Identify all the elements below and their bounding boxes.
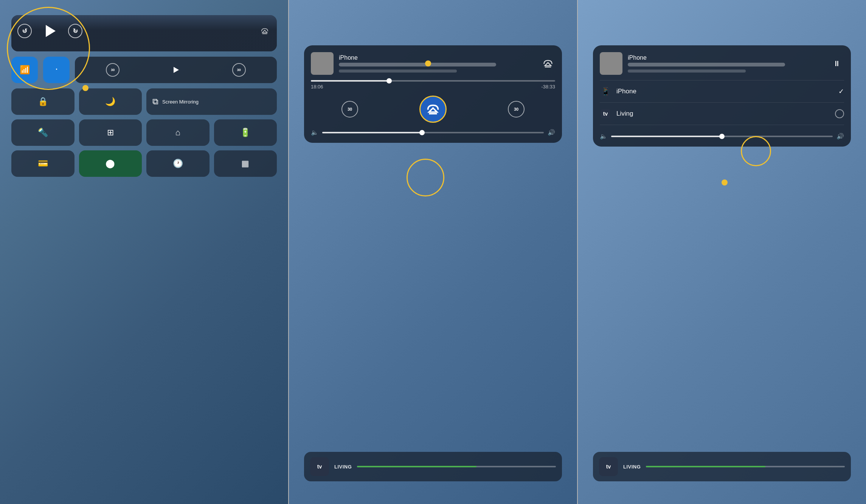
bluetooth-icon: ᛫ — [54, 65, 59, 75]
progress-bar[interactable] — [311, 80, 555, 82]
time-current: 18:06 — [311, 84, 323, 90]
volume-section-p3: 🔈 🔊 — [600, 133, 844, 140]
clock-icon: 🕐 — [173, 159, 183, 169]
play-pause-button-p3[interactable]: ⏸ — [830, 56, 844, 71]
svg-marker-1 — [545, 63, 551, 66]
mini-skip-back-label: 30 — [111, 68, 115, 72]
battery-icon: 🔋 — [240, 128, 250, 138]
progress-fill — [311, 80, 389, 82]
svg-marker-0 — [262, 30, 267, 32]
bluetooth-toggle[interactable]: ᛫ — [43, 57, 70, 83]
skip-forward-button[interactable]: 30 — [68, 24, 82, 38]
atv-progress-fill-p2 — [357, 466, 476, 467]
mini-play-icon — [174, 67, 179, 73]
volume-handle-p2[interactable] — [419, 130, 425, 135]
remote-btn[interactable]: ▦ — [214, 150, 277, 177]
wallet-btn[interactable]: 💳 — [11, 150, 74, 177]
skip-forward-p2[interactable]: 30 — [508, 101, 525, 117]
media-text-p3: iPhone — [628, 54, 824, 73]
airplay-button-small[interactable] — [259, 25, 271, 37]
panel-airplay-expanded: iPhone 18:06 -38:33 — [289, 0, 577, 504]
np-top-row: 30 30 — [17, 20, 271, 42]
skip-back-button[interactable]: 30 — [17, 24, 32, 38]
media-controls-center: 30 30 — [311, 96, 555, 123]
clock-btn[interactable]: 🕐 — [146, 150, 210, 177]
panel-device-picker: iPhone ⏸ 📱 iPhone ✓ tv — [578, 0, 866, 504]
iphone-device-icon: 📱 — [600, 86, 611, 97]
mini-play-button[interactable] — [173, 67, 179, 73]
iphone-icon-symbol: 📱 — [601, 87, 610, 96]
appletv-bar-p2: tv LIVING — [304, 452, 562, 481]
atv-info-p3: LIVING — [623, 464, 641, 470]
now-playing-widget: 30 30 — [11, 15, 277, 51]
volume-handle-p3[interactable] — [719, 134, 725, 139]
volume-bar-p3[interactable] — [611, 136, 833, 137]
iphone-device-name: iPhone — [616, 88, 833, 95]
appletv-icon-p2: tv — [310, 457, 329, 476]
volume-bar-p2[interactable] — [322, 132, 544, 133]
screen-rotation-btn[interactable]: 🔒 — [11, 88, 74, 115]
skip-back-label-p2: 30 — [348, 107, 352, 111]
living-radio-circle — [835, 109, 844, 118]
remote-icon: ▦ — [241, 159, 249, 169]
calculator-icon: ⊞ — [107, 128, 114, 138]
appletv-icon-symbol: tv — [601, 109, 610, 118]
airplay-center-icon — [426, 102, 440, 116]
panel-control-center: 30 30 — [0, 0, 288, 504]
calculator-btn[interactable]: ⊞ — [79, 119, 142, 146]
appletv-symbol-p2: tv — [317, 464, 322, 470]
device-item-living[interactable]: tv Living — [600, 103, 844, 125]
np-controls: 30 30 — [17, 20, 82, 42]
iphone-checkmark: ✓ — [838, 87, 844, 96]
play-icon — [46, 25, 56, 37]
device-list: 📱 iPhone ✓ tv Living — [600, 80, 844, 125]
mini-controls-box: 30 30 — [75, 57, 277, 83]
flashlight-btn[interactable]: 🔦 — [11, 119, 74, 146]
progress-handle[interactable] — [386, 78, 392, 83]
camera-btn[interactable]: ⬤ — [79, 150, 142, 177]
time-remaining: -38:33 — [541, 84, 555, 90]
airplay-header-btn[interactable] — [541, 56, 555, 71]
atv-label-p2: LIVING — [334, 464, 352, 470]
skip-back-p2[interactable]: 30 — [341, 101, 358, 117]
do-not-disturb-btn[interactable]: 🌙 — [79, 88, 142, 115]
screen-mirroring-btn[interactable]: ⧉ Screen Mirroring — [146, 88, 277, 115]
appletv-bar-p3: tv LIVING — [593, 452, 851, 481]
media-subtitle-bar — [339, 70, 457, 73]
album-art-p3 — [600, 52, 622, 75]
device-name-p3: iPhone — [628, 54, 824, 61]
mini-skip-back[interactable]: 30 — [106, 63, 120, 77]
media-text: iPhone — [339, 54, 535, 73]
battery-btn[interactable]: 🔋 — [214, 119, 277, 146]
vol-max-icon-p3: 🔊 — [837, 133, 844, 140]
play-button-large[interactable] — [39, 20, 61, 42]
wifi-toggle[interactable]: 📶 — [11, 57, 38, 83]
mirroring-icon: ⧉ — [152, 97, 158, 107]
appletv-icon-p3: tv — [599, 457, 618, 476]
home-btn[interactable]: ⌂ — [146, 119, 210, 146]
media-title-bar-p3 — [628, 63, 785, 66]
vol-min-icon-p2: 🔈 — [311, 129, 318, 136]
mini-skip-forward[interactable]: 30 — [232, 63, 246, 77]
media-card-header: iPhone — [311, 52, 555, 75]
living-device-name: Living — [616, 110, 830, 117]
icon-grid: 🔒 🌙 ⧉ Screen Mirroring 🔦 ⊞ ⌂ 🔋 💳 — [11, 88, 277, 177]
airplay-center-button[interactable] — [419, 96, 447, 123]
skip-forward-label-p2: 30 — [514, 107, 518, 111]
mini-skip-forward-label: 30 — [237, 68, 241, 72]
skip-forward-label: 30 — [74, 29, 77, 33]
vol-max-icon-p2: 🔊 — [548, 129, 555, 136]
appletv-symbol-p3: tv — [606, 464, 611, 470]
device-name-p2: iPhone — [339, 54, 535, 61]
vol-min-icon-p3: 🔈 — [600, 133, 607, 140]
screen-mirroring-label: Screen Mirroring — [162, 99, 199, 105]
progress-section: 18:06 -38:33 — [311, 80, 555, 90]
media-card: iPhone 18:06 -38:33 — [304, 45, 562, 143]
atv-progress-fill-p3 — [646, 466, 765, 467]
picker-header: iPhone ⏸ — [600, 52, 844, 75]
media-subtitle-bar-p3 — [628, 70, 746, 73]
atv-label-p3: LIVING — [623, 464, 641, 470]
time-row: 18:06 -38:33 — [311, 84, 555, 90]
device-item-iphone[interactable]: 📱 iPhone ✓ — [600, 80, 844, 103]
camera-icon: ⬤ — [106, 159, 115, 169]
